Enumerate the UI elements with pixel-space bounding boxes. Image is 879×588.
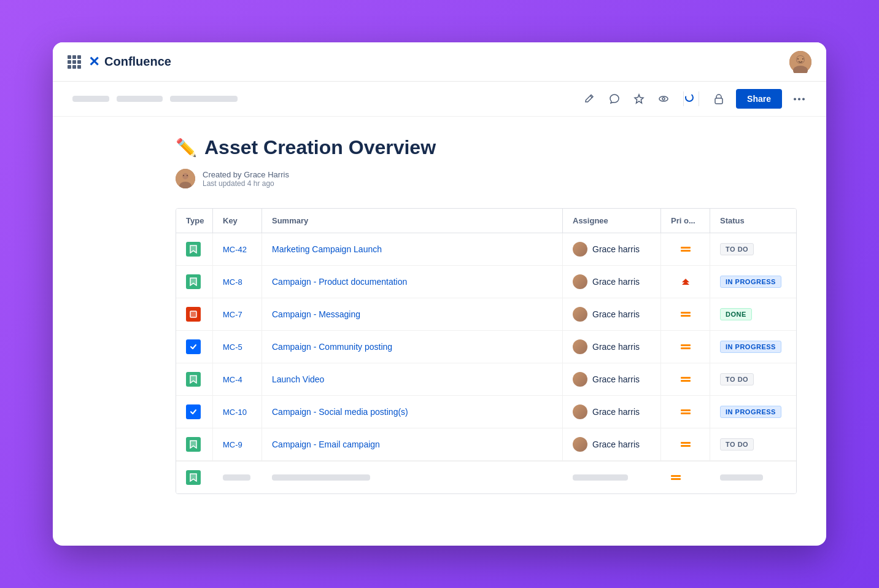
share-button[interactable]: Share — [736, 89, 782, 109]
svg-point-17 — [187, 175, 188, 176]
row-status-mc8: IN PROGRESS — [710, 266, 796, 298]
svg-point-4 — [797, 58, 799, 60]
col-header-priority: Pri o... — [661, 209, 710, 233]
row-type-mc8 — [176, 266, 213, 298]
row-assignee-mc5: Grace harris — [563, 331, 661, 363]
apps-grid-icon[interactable] — [68, 55, 81, 69]
svg-point-6 — [659, 96, 668, 101]
row-type-mc5 — [176, 331, 213, 363]
toolbar-icons: Share — [583, 89, 807, 109]
type-check-icon — [186, 404, 201, 419]
more-options-icon[interactable] — [792, 91, 807, 106]
comment-icon[interactable] — [607, 91, 622, 106]
row-priority-mc4 — [661, 363, 710, 395]
row-assignee-mc8: Grace harris — [563, 266, 661, 298]
type-bookmark-icon — [186, 470, 201, 485]
confluence-logo[interactable]: ✕ Confluence — [88, 54, 171, 70]
row-key-mc10[interactable]: MC-10 — [213, 396, 262, 428]
row-priority-mc9 — [661, 428, 710, 460]
table-row: MC-4 Launch Video Grace harris TO DO — [176, 363, 796, 396]
row-type-mc10 — [176, 396, 213, 428]
user-avatar[interactable] — [789, 51, 811, 73]
author-name: Created by Grace Harris — [203, 170, 289, 179]
page-meta-text: Created by Grace Harris Last updated 4 h… — [203, 170, 289, 188]
row-status-mc9: TO DO — [710, 428, 796, 460]
page-content: ✏️ Asset Creation Overview Created by Gr… — [53, 117, 826, 514]
type-stop-icon — [186, 307, 201, 322]
svg-point-10 — [794, 98, 796, 100]
row-key-mc42[interactable]: MC-42 — [213, 233, 262, 265]
row-summary-mc7[interactable]: Campaign - Messaging — [262, 298, 563, 330]
breadcrumb-3 — [170, 96, 238, 102]
row-priority-mc10 — [661, 396, 710, 428]
row-priority-mc42 — [661, 233, 710, 265]
type-bookmark-icon — [186, 372, 201, 387]
row-status-mc7: DONE — [710, 298, 796, 330]
col-header-type: Type — [176, 209, 213, 233]
svg-point-5 — [802, 58, 803, 60]
browser-window: ✕ Confluence — [53, 42, 826, 546]
row-summary-mc5[interactable]: Campaign - Community posting — [262, 331, 563, 363]
row-type-mc7 — [176, 298, 213, 330]
svg-point-8 — [686, 94, 693, 101]
page-meta: Created by Grace Harris Last updated 4 h… — [176, 169, 797, 188]
edit-icon[interactable] — [583, 91, 597, 106]
row-type-mc42 — [176, 233, 213, 265]
table-row: MC-42 Marketing Campaign Launch Grace ha… — [176, 233, 796, 266]
svg-rect-19 — [190, 311, 196, 317]
nav-left: ✕ Confluence — [68, 54, 171, 70]
row-assignee-mc10: Grace harris — [563, 396, 661, 428]
row-key-mc8[interactable]: MC-8 — [213, 266, 262, 298]
col-header-assignee: Assignee — [563, 209, 661, 233]
assignee-avatar — [573, 339, 587, 354]
row-assignee-mc4: Grace harris — [563, 363, 661, 395]
table-row-truncated — [176, 461, 796, 493]
row-priority-mc8 — [661, 266, 710, 298]
svg-point-11 — [798, 98, 800, 100]
row-key-mc7[interactable]: MC-7 — [213, 298, 262, 330]
row-status-mc5: IN PROGRESS — [710, 331, 796, 363]
assignee-avatar — [573, 274, 587, 289]
breadcrumb-area — [72, 96, 575, 102]
col-header-key: Key — [213, 209, 262, 233]
page-title-area: ✏️ Asset Creation Overview — [176, 136, 797, 159]
row-summary-mc42[interactable]: Marketing Campaign Launch — [262, 233, 563, 265]
row-status-mc42: TO DO — [710, 233, 796, 265]
last-updated: Last updated 4 hr ago — [203, 179, 289, 188]
confluence-name: Confluence — [104, 55, 171, 69]
row-status-mc4: TO DO — [710, 363, 796, 395]
assignee-avatar — [573, 404, 587, 419]
table-row: MC-7 Campaign - Messaging Grace harris D… — [176, 298, 796, 331]
type-check-icon — [186, 339, 201, 354]
svg-rect-9 — [715, 98, 722, 104]
toolbar-divider-1 — [699, 91, 699, 106]
toolbar: Share — [53, 82, 826, 117]
row-summary-mc4[interactable]: Launch Video — [262, 363, 563, 395]
watch-icon[interactable] — [656, 91, 671, 106]
jira-table: Type Key Summary Assignee Pri o... Statu… — [176, 208, 797, 494]
row-key-mc4[interactable]: MC-4 — [213, 363, 262, 395]
nav-bar: ✕ Confluence — [53, 42, 826, 82]
assignee-avatar — [573, 437, 587, 452]
row-key-mc5[interactable]: MC-5 — [213, 331, 262, 363]
page-emoji: ✏️ — [176, 137, 197, 158]
row-key-mc9[interactable]: MC-9 — [213, 428, 262, 460]
row-type-mc4 — [176, 363, 213, 395]
lock-icon[interactable] — [711, 91, 726, 106]
page-title: Asset Creation Overview — [204, 136, 436, 159]
type-bookmark-icon — [186, 242, 201, 257]
assignee-avatar — [573, 242, 587, 257]
table-row: MC-5 Campaign - Community posting Grace … — [176, 331, 796, 363]
star-icon[interactable] — [632, 91, 646, 106]
row-summary-mc9[interactable]: Campaign - Email campaign — [262, 428, 563, 460]
row-status-mc10: IN PROGRESS — [710, 396, 796, 428]
row-priority-mc7 — [661, 298, 710, 330]
row-summary-mc8[interactable]: Campaign - Product documentation — [262, 266, 563, 298]
row-summary-mc10[interactable]: Campaign - Social media posting(s) — [262, 396, 563, 428]
row-assignee-mc42: Grace harris — [563, 233, 661, 265]
table-row: MC-8 Campaign - Product documentation Gr… — [176, 266, 796, 298]
col-header-summary: Summary — [262, 209, 563, 233]
breadcrumb-1 — [72, 96, 109, 102]
nav-right — [789, 51, 811, 73]
type-bookmark-icon — [186, 437, 201, 452]
